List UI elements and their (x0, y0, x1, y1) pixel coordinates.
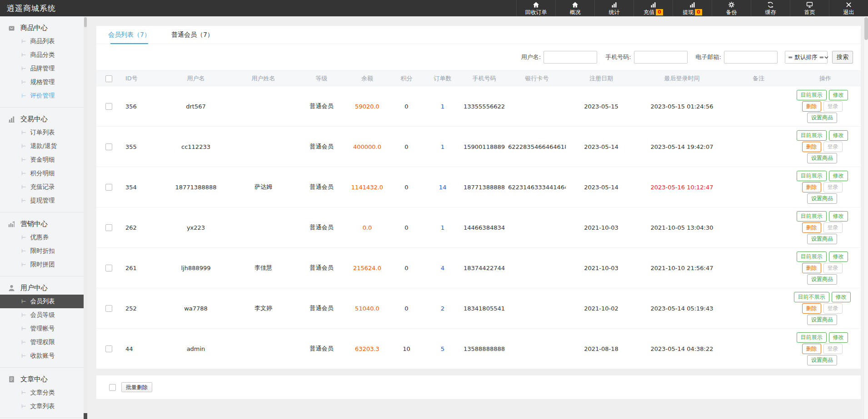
nav-recycle-orders-home[interactable]: 回收订单 (516, 0, 555, 16)
edit-button[interactable]: 修改 (829, 90, 848, 100)
delete-button[interactable]: 删除 (802, 303, 821, 314)
set-goods-button[interactable]: 设置商品 (807, 193, 837, 204)
sidebar-item-3-3[interactable]: ⊢管理权限 (0, 335, 84, 349)
delete-button[interactable]: 删除 (802, 222, 821, 233)
display-status-button[interactable]: 目前展示 (797, 171, 827, 181)
row-checkbox[interactable] (105, 345, 112, 352)
set-goods-button[interactable]: 设置商品 (807, 153, 837, 163)
sidebar-item-2-2[interactable]: ⊢限时拼团 (0, 258, 84, 271)
sidebar-section-title-0[interactable]: 商品中心 (0, 21, 84, 35)
display-status-button[interactable]: 目前展示 (797, 90, 827, 100)
sidebar-item-3-4[interactable]: ⊢收款账号 (0, 349, 84, 363)
sidebar-section-title-3[interactable]: 用户中心 (0, 281, 84, 295)
row-checkbox[interactable] (105, 103, 112, 110)
search-button[interactable]: 搜索 (832, 51, 853, 64)
row-checkbox[interactable] (105, 265, 112, 271)
tab-1[interactable]: 普通会员（7） (171, 26, 214, 44)
sidebar-item-0-2[interactable]: ⊢品牌管理 (0, 62, 84, 75)
nav-backup-gear[interactable]: 备份 (712, 0, 751, 16)
sidebar-item-0-1[interactable]: ⊢商品分类 (0, 48, 84, 62)
nav-recharge-chart[interactable]: 充值0 (634, 0, 673, 16)
page-scrollbar-thumb[interactable] (864, 17, 868, 40)
delete-button[interactable]: 删除 (802, 344, 821, 354)
sort-select[interactable]: = 默认排序 = (785, 51, 828, 64)
sidebar-section-title-4[interactable]: 文章中心 (0, 372, 84, 386)
phone-input[interactable] (634, 51, 688, 64)
set-goods-button[interactable]: 设置商品 (807, 355, 837, 365)
row-select-cell (96, 207, 121, 248)
table-row: 35418771388888萨达姆普通会员1141432.00141877138… (96, 167, 861, 207)
sidebar-item-0-3[interactable]: ⊢规格管理 (0, 75, 84, 89)
set-goods-button[interactable]: 设置商品 (807, 274, 837, 285)
select-all-checkbox[interactable] (105, 75, 112, 82)
page-scrollbar[interactable] (863, 16, 868, 419)
sidebar-section-title-2[interactable]: 营销中心 (0, 217, 84, 231)
sidebar-scrollbar[interactable] (84, 16, 87, 419)
nav-overview-home[interactable]: 概况 (555, 0, 594, 16)
set-goods-button[interactable]: 设置商品 (807, 234, 837, 244)
login-button[interactable]: 登录 (823, 142, 843, 152)
login-button[interactable]: 登录 (823, 182, 843, 192)
row-checkbox[interactable] (105, 143, 112, 150)
branch-icon: ⊢ (21, 353, 26, 359)
set-goods-button[interactable]: 设置商品 (807, 315, 837, 325)
login-button[interactable]: 登录 (823, 303, 843, 314)
login-button[interactable]: 登录 (823, 344, 843, 354)
sidebar-item-4-0[interactable]: ⊢文章分类 (0, 386, 84, 399)
tab-0[interactable]: 会员列表（7） (108, 26, 150, 44)
sidebar-item-1-1[interactable]: ⊢退款/退货 (0, 139, 84, 153)
nav-cache-sync[interactable]: 缓存 (751, 0, 790, 16)
edit-button[interactable]: 修改 (829, 211, 848, 222)
batch-checkbox[interactable] (109, 384, 116, 391)
email-input[interactable] (724, 51, 778, 64)
balance: 63203.3 (346, 329, 388, 369)
display-status-button[interactable]: 目前展示 (797, 130, 827, 141)
sidebar-item-1-5[interactable]: ⊢提现管理 (0, 194, 84, 207)
username-input[interactable] (544, 51, 597, 64)
delete-button[interactable]: 删除 (802, 101, 821, 112)
sidebar-item-1-3[interactable]: ⊢积分明细 (0, 167, 84, 180)
display-status-button[interactable]: 目前展示 (797, 211, 827, 222)
row-checkbox[interactable] (105, 184, 112, 191)
nav-logout-close[interactable]: 退出 (829, 0, 868, 16)
set-goods-button[interactable]: 设置商品 (807, 113, 837, 123)
nav-stats-chart[interactable]: 统计 (594, 0, 634, 16)
display-status-button[interactable]: 目前展示 (797, 332, 827, 343)
recharge-chart-icon (650, 1, 657, 8)
login-button[interactable]: 登录 (823, 263, 843, 273)
login-button[interactable]: 登录 (823, 101, 843, 112)
edit-button[interactable]: 修改 (832, 292, 851, 302)
row-checkbox[interactable] (105, 305, 112, 312)
column-header: 用户名 (162, 71, 230, 86)
sidebar-item-3-1[interactable]: ⊢会员等级 (0, 308, 84, 322)
sidebar-item-0-0[interactable]: ⊢商品列表 (0, 35, 84, 48)
sidebar-item-3-0[interactable]: ⊢会员列表 (0, 295, 84, 308)
register-date: 2021-10-02 (566, 288, 637, 329)
sidebar-item-1-2[interactable]: ⊢资金明细 (0, 153, 84, 167)
login-button[interactable]: 登录 (823, 222, 843, 233)
username: drt567 (162, 86, 230, 127)
member-level: 普通会员 (297, 207, 346, 248)
display-status-button[interactable]: 目前不展示 (794, 292, 829, 302)
sidebar-section-title-1[interactable]: 交易中心 (0, 112, 84, 126)
batch-delete-button[interactable]: 批量删除 (121, 382, 152, 392)
sidebar-item-0-4[interactable]: ⊢评价管理 (0, 89, 84, 103)
nav-withdraw-chart[interactable]: 提现0 (673, 0, 712, 16)
sidebar-item-2-0[interactable]: ⊢优惠券 (0, 231, 84, 244)
sidebar-item-1-0[interactable]: ⊢订单列表 (0, 126, 84, 139)
edit-button[interactable]: 修改 (829, 332, 848, 343)
edit-button[interactable]: 修改 (829, 251, 848, 262)
delete-button[interactable]: 删除 (802, 142, 821, 152)
edit-button[interactable]: 修改 (829, 171, 848, 181)
sidebar-scrollbar-thumb[interactable] (84, 17, 87, 27)
sidebar-item-4-1[interactable]: ⊢文章列表 (0, 399, 84, 413)
delete-button[interactable]: 删除 (802, 182, 821, 192)
sidebar-item-1-4[interactable]: ⊢充值记录 (0, 180, 84, 194)
delete-button[interactable]: 删除 (802, 263, 821, 273)
display-status-button[interactable]: 目前展示 (797, 251, 827, 262)
nav-homepage-monitor[interactable]: 首页 (790, 0, 829, 16)
sidebar-item-2-1[interactable]: ⊢限时折扣 (0, 244, 84, 258)
sidebar-item-3-2[interactable]: ⊢管理帐号 (0, 322, 84, 335)
edit-button[interactable]: 修改 (829, 130, 848, 141)
row-checkbox[interactable] (105, 224, 112, 231)
